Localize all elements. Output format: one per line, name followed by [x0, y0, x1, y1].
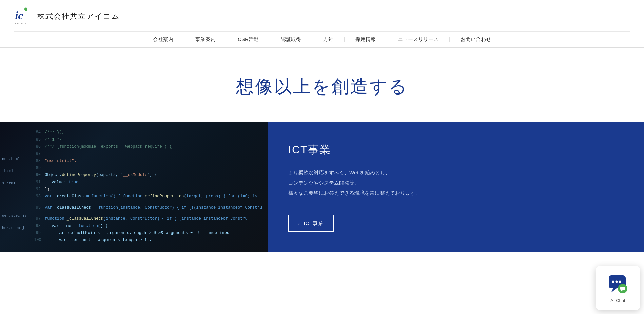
- code-line: 84 /**/ }),: [34, 129, 265, 136]
- logo-icon: ic KYORITSUICOM: [14, 6, 34, 26]
- code-line: 99 var defaultPoints = arguments.length …: [34, 230, 265, 237]
- line-num: 88: [34, 158, 41, 165]
- code-line: 91 value: true: [34, 179, 265, 186]
- line-num: 84: [34, 129, 41, 136]
- line-num: 91: [34, 179, 41, 186]
- line-num: 100: [34, 237, 41, 244]
- nav-item-csr[interactable]: CSR活動: [227, 36, 270, 43]
- code-line: 98 var Line = function() {: [34, 223, 265, 230]
- line-num: 95: [34, 204, 41, 211]
- ict-desc-line1: より柔軟な対応をすべく、Webを始めとし、: [288, 170, 390, 175]
- code-line: 85 /* 1 */: [34, 136, 265, 143]
- header-top: ic KYORITSUICOM 株式会社共立アイコム: [14, 0, 630, 31]
- ict-desc-line3: 様々なご要望にお答えできる環境を常に整えております。: [288, 190, 421, 196]
- code-text: var defaultPoints = arguments.length > 0…: [45, 230, 229, 237]
- code-line: 89: [34, 165, 265, 172]
- code-text: var Line = function() {: [45, 223, 108, 230]
- code-text: });: [45, 186, 52, 193]
- ict-desc-line2: コンテンツやシステム開発等、: [288, 180, 359, 186]
- code-line: 92 });: [34, 186, 265, 193]
- code-text: Object.defineProperty(exports, "__esModu…: [45, 172, 157, 179]
- line-num: 92: [34, 186, 41, 193]
- file-label-3: s.html: [0, 181, 29, 186]
- code-line: 100 var iterLimit = arguments.length > 1…: [34, 237, 265, 244]
- line-num: 89: [34, 165, 41, 172]
- svg-text:KYORITSUICOM: KYORITSUICOM: [15, 22, 34, 25]
- line-num: 87: [34, 150, 41, 158]
- line-num: 98: [34, 223, 41, 230]
- file-label-4: ger.spec.js: [0, 213, 29, 218]
- site-header: ic KYORITSUICOM 株式会社共立アイコム 会社案内 事業案内 CSR…: [0, 0, 644, 48]
- ict-button[interactable]: › ICT事業: [288, 215, 334, 232]
- nav-item-contact[interactable]: お問い合わせ: [450, 36, 502, 43]
- code-text: var iterLimit = arguments.length > 1...: [45, 237, 154, 244]
- ict-button-label: ICT事業: [304, 220, 324, 227]
- line-num: 99: [34, 230, 41, 237]
- line-num: 97: [34, 215, 41, 223]
- main-nav: 会社案内 事業案内 CSR活動 認証取得 方針 採用情報 ニュースリリース お問…: [14, 31, 630, 47]
- file-label-1: nes.html: [0, 156, 29, 162]
- file-label-5: her.spec.js: [0, 225, 29, 231]
- line-num: 90: [34, 172, 41, 179]
- line-num: 93: [34, 193, 41, 200]
- code-text: /* 1 */: [45, 136, 62, 143]
- code-line: 95 var _classCallCheck = function(instan…: [34, 204, 265, 211]
- line-num: 86: [34, 143, 41, 150]
- svg-point-1: [24, 8, 27, 11]
- code-line: 90 Object.defineProperty(exports, "__esM…: [34, 172, 265, 179]
- code-text: var _classCallCheck = function(instance,…: [45, 204, 262, 211]
- ict-panel: ICT事業 より柔軟な対応をすべく、Webを始めとし、 コンテンツやシステム開発…: [268, 122, 644, 252]
- svg-text:ic: ic: [15, 9, 23, 22]
- ict-button-arrow: ›: [298, 221, 300, 227]
- code-text: value: true: [45, 179, 78, 186]
- nav-item-recruitment[interactable]: 採用情報: [345, 36, 387, 43]
- code-line: 93 var _createClass = function() { funct…: [34, 193, 265, 200]
- ict-title: ICT事業: [288, 143, 624, 158]
- content-section: nes.html .html s.html ger.spec.js her.sp…: [0, 122, 644, 252]
- hero-section: 想像以上を創造する: [0, 48, 644, 122]
- code-text: var _createClass = function() { function…: [45, 193, 257, 200]
- nav-item-company[interactable]: 会社案内: [142, 36, 184, 43]
- code-line: 86 /**/ (function(module, exports, _webp…: [34, 143, 265, 150]
- code-text: "use strict";: [45, 158, 77, 165]
- hero-title: 想像以上を創造する: [236, 75, 408, 99]
- code-image: nes.html .html s.html ger.spec.js her.sp…: [0, 122, 268, 252]
- code-display: 84 /**/ }), 85 /* 1 */ 86 /**/ (function…: [34, 129, 265, 249]
- code-line: 97 function _classCallCheck(instance, Co…: [34, 215, 265, 223]
- code-text: function _classCallCheck(instance, Const…: [45, 215, 248, 223]
- nav-item-business[interactable]: 事業案内: [184, 36, 227, 43]
- nav-item-policy[interactable]: 方針: [312, 36, 344, 43]
- code-line: 87: [34, 150, 265, 158]
- file-labels: nes.html .html s.html ger.spec.js her.sp…: [0, 156, 29, 231]
- logo[interactable]: ic KYORITSUICOM 株式会社共立アイコム: [14, 6, 120, 26]
- file-label-2: .html: [0, 168, 29, 174]
- code-text: /**/ }),: [45, 129, 64, 136]
- line-num: 85: [34, 136, 41, 143]
- code-text: /**/ (function(module, exports, _webpack…: [45, 143, 172, 150]
- ict-description: より柔軟な対応をすべく、Webを始めとし、 コンテンツやシステム開発等、 様々な…: [288, 168, 624, 198]
- logo-company-name: 株式会社共立アイコム: [37, 11, 120, 21]
- code-line: 88 "use strict";: [34, 158, 265, 165]
- nav-item-certification[interactable]: 認証取得: [270, 36, 312, 43]
- nav-item-news[interactable]: ニュースリリース: [387, 36, 449, 43]
